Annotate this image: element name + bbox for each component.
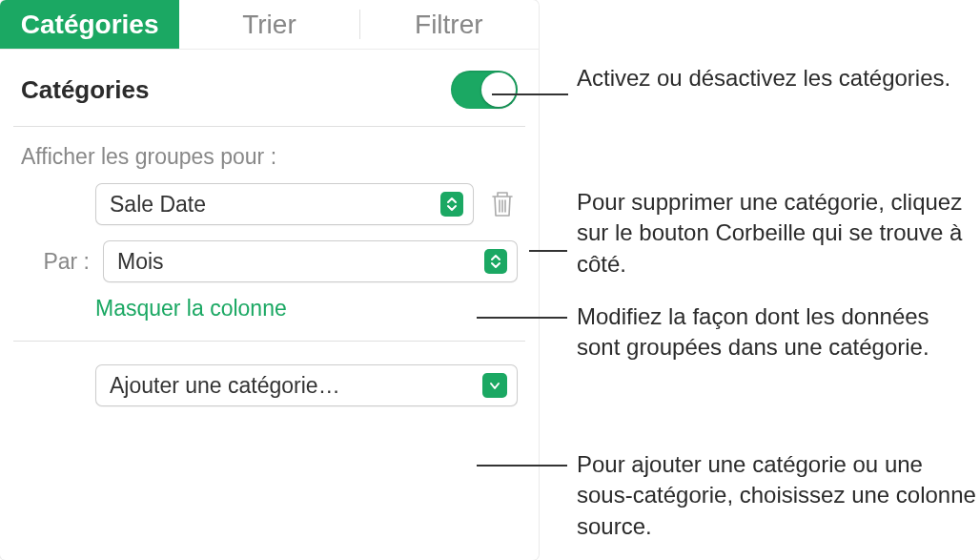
callout-line: [529, 250, 567, 252]
main-group-row: Sale Date: [21, 183, 518, 225]
panel-title: Catégories: [21, 75, 149, 105]
header-row: Catégories: [0, 50, 539, 126]
add-category-label: Ajouter une catégorie…: [110, 373, 340, 399]
group-by-select[interactable]: Mois: [103, 240, 518, 282]
categories-toggle[interactable]: [451, 71, 518, 109]
by-label: Par :: [36, 249, 90, 275]
group-column-select[interactable]: Sale Date: [95, 183, 474, 225]
by-row: Par : Mois: [95, 240, 518, 282]
callout-line: [477, 465, 567, 467]
groups-label: Afficher les groupes pour :: [21, 144, 518, 170]
callouts: Activez ou désactivez les catégories. Po…: [539, 0, 980, 560]
callout-line: [492, 93, 568, 95]
tab-bar: Catégories Trier Filtrer: [0, 0, 539, 50]
callout-groupby: Modifiez la façon dont les données sont …: [577, 301, 939, 363]
categories-panel: Catégories Trier Filtrer Catégories Affi…: [0, 0, 539, 560]
groups-section: Afficher les groupes pour : Sale Date: [0, 127, 539, 341]
group-by-value: Mois: [117, 249, 164, 275]
callout-delete: Pour supprimer une catégorie, cliquez su…: [577, 187, 980, 280]
callout-toggle: Activez ou désactivez les catégories.: [577, 63, 950, 93]
toggle-knob: [481, 73, 516, 107]
callout-line: [477, 317, 567, 319]
chevron-updown-icon: [440, 192, 463, 217]
add-category-section: Ajouter une catégorie…: [0, 342, 539, 424]
tab-filter[interactable]: Filtrer: [359, 0, 539, 49]
tab-sort[interactable]: Trier: [179, 0, 358, 49]
chevron-down-icon: [482, 373, 507, 398]
callout-add: Pour ajouter une catégorie ou une sous-c…: [577, 449, 977, 542]
add-category-select[interactable]: Ajouter une catégorie…: [95, 364, 518, 406]
delete-category-button[interactable]: [487, 187, 518, 221]
trash-icon: [487, 187, 518, 221]
tab-categories[interactable]: Catégories: [0, 0, 179, 49]
chevron-updown-icon: [484, 249, 507, 274]
group-column-value: Sale Date: [110, 192, 206, 218]
hide-column-link[interactable]: Masquer la colonne: [21, 296, 518, 321]
